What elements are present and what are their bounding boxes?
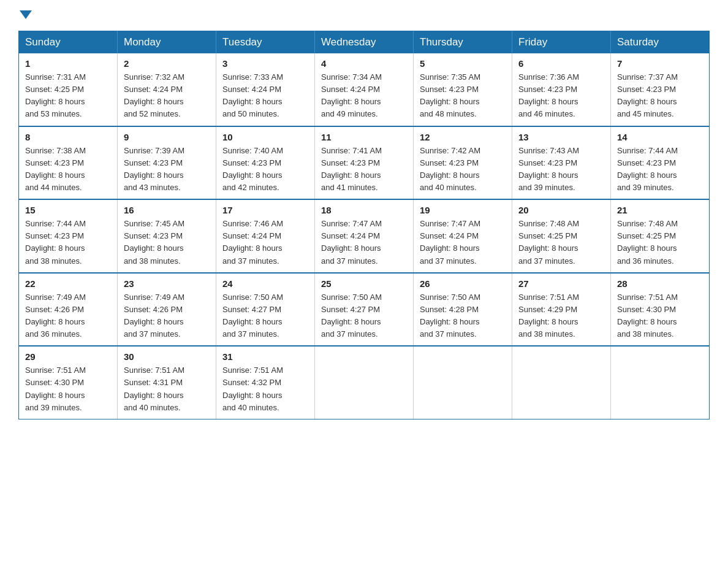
calendar-cell: 3 Sunrise: 7:33 AMSunset: 4:24 PMDayligh… [216,53,315,126]
day-number: 28 [617,278,703,289]
calendar-cell: 15 Sunrise: 7:44 AMSunset: 4:23 PMDaylig… [19,199,118,273]
calendar-cell: 13 Sunrise: 7:43 AMSunset: 4:23 PMDaylig… [512,126,611,200]
day-number: 16 [124,205,210,215]
day-number: 30 [124,351,210,362]
day-info: Sunrise: 7:51 AMSunset: 4:30 PMDaylight:… [25,364,111,414]
weekday-header-row: SundayMondayTuesdayWednesdayThursdayFrid… [19,31,710,54]
week-row-3: 15 Sunrise: 7:44 AMSunset: 4:23 PMDaylig… [19,199,710,273]
day-number: 24 [222,278,308,289]
day-number: 2 [124,58,210,69]
calendar-cell: 24 Sunrise: 7:50 AMSunset: 4:27 PMDaylig… [216,273,315,347]
day-info: Sunrise: 7:34 AMSunset: 4:24 PMDaylight:… [321,71,407,121]
day-number: 10 [222,132,308,142]
calendar-cell: 5 Sunrise: 7:35 AMSunset: 4:23 PMDayligh… [414,53,512,126]
day-number: 8 [25,132,111,142]
day-info: Sunrise: 7:45 AMSunset: 4:23 PMDaylight:… [124,218,210,267]
day-info: Sunrise: 7:50 AMSunset: 4:28 PMDaylight:… [420,291,506,341]
calendar-cell: 12 Sunrise: 7:42 AMSunset: 4:23 PMDaylig… [414,126,512,200]
calendar-cell: 31 Sunrise: 7:51 AMSunset: 4:32 PMDaylig… [216,346,315,419]
calendar-cell: 27 Sunrise: 7:51 AMSunset: 4:29 PMDaylig… [512,273,611,347]
day-number: 26 [420,278,506,289]
day-number: 19 [420,205,506,215]
day-number: 27 [518,278,604,289]
day-info: Sunrise: 7:35 AMSunset: 4:23 PMDaylight:… [420,71,506,121]
weekday-thursday: Thursday [414,31,512,54]
day-number: 15 [25,205,111,215]
day-info: Sunrise: 7:41 AMSunset: 4:23 PMDaylight:… [321,145,407,194]
day-info: Sunrise: 7:31 AMSunset: 4:25 PMDaylight:… [25,71,111,121]
day-number: 22 [25,278,111,289]
day-info: Sunrise: 7:36 AMSunset: 4:23 PMDaylight:… [518,71,604,121]
weekday-tuesday: Tuesday [216,31,315,54]
calendar-cell: 29 Sunrise: 7:51 AMSunset: 4:30 PMDaylig… [19,346,118,419]
calendar-cell: 9 Sunrise: 7:39 AMSunset: 4:23 PMDayligh… [118,126,216,200]
day-info: Sunrise: 7:37 AMSunset: 4:23 PMDaylight:… [617,71,703,121]
weekday-saturday: Saturday [611,31,710,54]
weekday-monday: Monday [118,31,216,54]
calendar-cell: 21 Sunrise: 7:48 AMSunset: 4:25 PMDaylig… [611,199,710,273]
calendar-cell [611,346,710,419]
calendar-cell: 25 Sunrise: 7:50 AMSunset: 4:27 PMDaylig… [315,273,414,347]
day-number: 31 [222,351,308,362]
day-info: Sunrise: 7:50 AMSunset: 4:27 PMDaylight:… [222,291,308,341]
logo-arrow-icon [20,10,32,19]
calendar-cell: 4 Sunrise: 7:34 AMSunset: 4:24 PMDayligh… [315,53,414,126]
week-row-4: 22 Sunrise: 7:49 AMSunset: 4:26 PMDaylig… [19,273,710,347]
day-number: 14 [617,132,703,142]
weekday-wednesday: Wednesday [315,31,414,54]
day-info: Sunrise: 7:48 AMSunset: 4:25 PMDaylight:… [518,218,604,267]
day-info: Sunrise: 7:50 AMSunset: 4:27 PMDaylight:… [321,291,407,341]
day-info: Sunrise: 7:40 AMSunset: 4:23 PMDaylight:… [222,145,308,194]
day-number: 1 [25,58,111,69]
day-info: Sunrise: 7:46 AMSunset: 4:24 PMDaylight:… [222,218,308,267]
day-number: 18 [321,205,407,215]
calendar-cell: 10 Sunrise: 7:40 AMSunset: 4:23 PMDaylig… [216,126,315,200]
calendar-cell: 18 Sunrise: 7:47 AMSunset: 4:24 PMDaylig… [315,199,414,273]
calendar-cell [414,346,512,419]
day-info: Sunrise: 7:32 AMSunset: 4:24 PMDaylight:… [124,71,210,121]
day-number: 29 [25,351,111,362]
day-info: Sunrise: 7:43 AMSunset: 4:23 PMDaylight:… [518,145,604,194]
day-info: Sunrise: 7:39 AMSunset: 4:23 PMDaylight:… [124,145,210,194]
calendar-cell: 14 Sunrise: 7:44 AMSunset: 4:23 PMDaylig… [611,126,710,200]
day-info: Sunrise: 7:51 AMSunset: 4:29 PMDaylight:… [518,291,604,341]
day-number: 21 [617,205,703,215]
week-row-2: 8 Sunrise: 7:38 AMSunset: 4:23 PMDayligh… [19,126,710,200]
day-info: Sunrise: 7:44 AMSunset: 4:23 PMDaylight:… [617,145,703,194]
calendar-cell: 8 Sunrise: 7:38 AMSunset: 4:23 PMDayligh… [19,126,118,200]
logo [18,12,32,21]
day-number: 7 [617,58,703,69]
day-number: 3 [222,58,308,69]
calendar-cell: 6 Sunrise: 7:36 AMSunset: 4:23 PMDayligh… [512,53,611,126]
day-number: 11 [321,132,407,142]
calendar-cell: 16 Sunrise: 7:45 AMSunset: 4:23 PMDaylig… [118,199,216,273]
calendar-cell: 19 Sunrise: 7:47 AMSunset: 4:24 PMDaylig… [414,199,512,273]
week-row-5: 29 Sunrise: 7:51 AMSunset: 4:30 PMDaylig… [19,346,710,419]
day-info: Sunrise: 7:49 AMSunset: 4:26 PMDaylight:… [25,291,111,341]
day-number: 23 [124,278,210,289]
calendar-cell: 22 Sunrise: 7:49 AMSunset: 4:26 PMDaylig… [19,273,118,347]
calendar-cell [512,346,611,419]
calendar-cell [315,346,414,419]
calendar-cell: 11 Sunrise: 7:41 AMSunset: 4:23 PMDaylig… [315,126,414,200]
day-number: 17 [222,205,308,215]
calendar-cell: 2 Sunrise: 7:32 AMSunset: 4:24 PMDayligh… [118,53,216,126]
day-number: 9 [124,132,210,142]
weekday-friday: Friday [512,31,611,54]
day-number: 25 [321,278,407,289]
week-row-1: 1 Sunrise: 7:31 AMSunset: 4:25 PMDayligh… [19,53,710,126]
calendar-table: SundayMondayTuesdayWednesdayThursdayFrid… [18,31,710,419]
day-info: Sunrise: 7:42 AMSunset: 4:23 PMDaylight:… [420,145,506,194]
day-number: 13 [518,132,604,142]
calendar-cell: 23 Sunrise: 7:49 AMSunset: 4:26 PMDaylig… [118,273,216,347]
calendar-cell: 28 Sunrise: 7:51 AMSunset: 4:30 PMDaylig… [611,273,710,347]
calendar-cell: 1 Sunrise: 7:31 AMSunset: 4:25 PMDayligh… [19,53,118,126]
day-info: Sunrise: 7:49 AMSunset: 4:26 PMDaylight:… [124,291,210,341]
day-number: 4 [321,58,407,69]
day-info: Sunrise: 7:47 AMSunset: 4:24 PMDaylight:… [420,218,506,267]
calendar-cell: 17 Sunrise: 7:46 AMSunset: 4:24 PMDaylig… [216,199,315,273]
day-info: Sunrise: 7:51 AMSunset: 4:30 PMDaylight:… [617,291,703,341]
page-header [18,12,710,21]
day-number: 5 [420,58,506,69]
day-number: 20 [518,205,604,215]
